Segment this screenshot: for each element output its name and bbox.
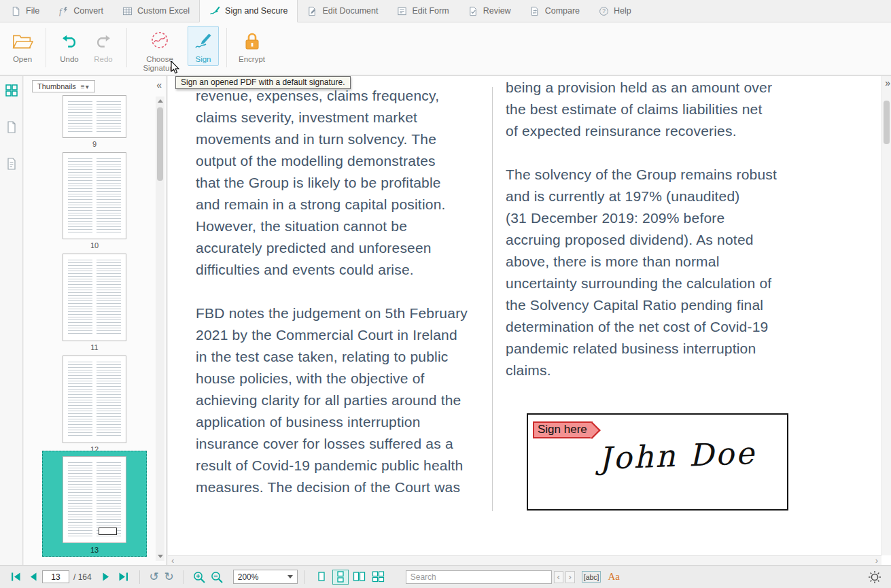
thumbnails-header-menu[interactable]: Thumbnails ≡▾ bbox=[32, 80, 95, 92]
attachments-panel-toggle[interactable] bbox=[3, 155, 20, 173]
tab-edit-document[interactable]: Edit Document bbox=[298, 0, 387, 22]
document-text-line: and remain in a strong capital position. bbox=[196, 194, 468, 215]
encrypt-label: Encrypt bbox=[239, 55, 265, 64]
redo-label: Redo bbox=[94, 55, 113, 64]
tab-sign-and-secure[interactable]: Sign and Secure bbox=[199, 0, 298, 22]
rotate-counterclockwise-button[interactable]: ↺ bbox=[147, 570, 162, 584]
whole-word-toggle[interactable]: [abc] bbox=[582, 571, 601, 583]
signature-field[interactable]: Sign here John Doe bbox=[527, 413, 788, 511]
document-text-line bbox=[196, 281, 468, 302]
document-text-line: output of the modelling demonstrates bbox=[196, 150, 468, 172]
first-page-button[interactable] bbox=[7, 569, 24, 585]
brightness-toggle[interactable] bbox=[868, 570, 881, 584]
menu-icon: ≡▾ bbox=[81, 83, 90, 90]
file-icon bbox=[11, 6, 21, 16]
toolbar-separator bbox=[226, 28, 227, 67]
document-text-line: measures. The decision of the Court was bbox=[196, 477, 468, 498]
signature-text: John Doe bbox=[598, 435, 756, 477]
document-text-line: that the Group is likely to be profitabl… bbox=[196, 172, 468, 194]
undo-button[interactable]: Undo bbox=[54, 26, 85, 66]
open-button[interactable]: Open bbox=[7, 26, 38, 66]
search-next-button[interactable]: › bbox=[565, 571, 575, 583]
match-case-toggle[interactable]: Aa bbox=[608, 571, 620, 583]
tab-label: Edit Form bbox=[412, 6, 449, 16]
tab-label: Help bbox=[614, 6, 631, 16]
svg-text:f: f bbox=[59, 6, 63, 16]
continuous-view-button[interactable] bbox=[332, 570, 349, 585]
rotate-clockwise-button[interactable]: ↻ bbox=[162, 570, 177, 584]
undo-label: Undo bbox=[60, 55, 79, 64]
tab-custom-excel[interactable]: Custom Excel bbox=[113, 0, 199, 22]
tab-review[interactable]: Review bbox=[459, 0, 521, 22]
thumbnail-page-12[interactable]: 12 bbox=[63, 356, 126, 453]
next-page-button[interactable] bbox=[97, 569, 115, 585]
scroll-down-arrow[interactable] bbox=[158, 555, 163, 558]
scroll-up-arrow[interactable] bbox=[158, 99, 163, 103]
last-page-button[interactable] bbox=[115, 569, 133, 585]
thumbnail-page-10[interactable]: 10 bbox=[63, 152, 126, 249]
thumbnail-page-9[interactable]: 9 bbox=[63, 95, 126, 148]
search-input[interactable] bbox=[406, 570, 552, 584]
column-divider bbox=[492, 87, 493, 511]
sign-button[interactable]: Sign bbox=[188, 26, 219, 66]
document-text-line: (31 December 2019: 209% before bbox=[506, 207, 777, 229]
sign-label: Sign bbox=[195, 55, 211, 64]
facing-pages-view-button[interactable] bbox=[351, 570, 368, 585]
document-text-line: in the test case taken, relating to publ… bbox=[196, 346, 468, 368]
document-text-line: The solvency of the Group remains robust bbox=[506, 164, 777, 186]
search-previous-button[interactable]: ‹ bbox=[554, 571, 563, 583]
document-text-line: FBD notes the judgement on 5th February bbox=[196, 302, 468, 324]
document-text-line: accurately predicted and unforeseen bbox=[196, 237, 468, 259]
document-text-line: the best estimate of claims liabilities … bbox=[506, 99, 777, 120]
thumbnail-image bbox=[63, 95, 126, 138]
vertical-scrollbar[interactable] bbox=[881, 76, 891, 555]
tab-convert[interactable]: f Convert bbox=[49, 0, 113, 22]
collapse-right-panel-button[interactable]: » bbox=[885, 79, 890, 87]
facing-continuous-view-button[interactable] bbox=[370, 570, 387, 585]
tab-label: Sign and Secure bbox=[225, 6, 287, 16]
undo-icon bbox=[60, 29, 79, 54]
ribbon-tab-bar: File f Convert Custom Excel Sign and Sec… bbox=[0, 0, 891, 22]
compare-pages-icon bbox=[530, 6, 540, 16]
redo-button[interactable]: Redo bbox=[88, 26, 119, 66]
scrollbar-thumb[interactable] bbox=[884, 101, 890, 144]
left-panel-strip bbox=[0, 76, 23, 565]
whole-word-label: abc bbox=[586, 573, 597, 581]
choose-signature-icon bbox=[148, 29, 171, 54]
tab-file[interactable]: File bbox=[1, 0, 49, 22]
tab-compare[interactable]: Compare bbox=[521, 0, 589, 22]
encrypt-button[interactable]: Encrypt bbox=[234, 26, 269, 66]
document-text-line: insurance cover for losses suffered as a bbox=[196, 433, 468, 455]
statusbar-separator bbox=[304, 570, 305, 584]
thumbnails-header-label: Thumbnails bbox=[37, 82, 76, 90]
zoom-level-select[interactable]: 200% bbox=[233, 570, 298, 584]
thumbnail-page-number: 10 bbox=[63, 241, 126, 249]
thumbnail-image bbox=[63, 456, 126, 543]
toolbar-separator bbox=[46, 28, 46, 67]
scroll-right-arrow[interactable]: › bbox=[875, 557, 878, 564]
previous-page-button[interactable] bbox=[24, 569, 42, 585]
tab-help[interactable]: ? Help bbox=[589, 0, 641, 22]
horizontal-scrollbar[interactable]: ‹ › bbox=[168, 555, 881, 565]
sign-here-flag[interactable]: Sign here bbox=[533, 421, 593, 438]
document-text-line: of expected reinsurance recoveries. bbox=[506, 120, 777, 142]
scrollbar-thumb[interactable] bbox=[157, 107, 163, 181]
thumbnail-page-13-selected[interactable]: 13 bbox=[42, 451, 147, 557]
tab-edit-form[interactable]: Edit Form bbox=[387, 0, 458, 22]
thumbnails-scrollbar[interactable] bbox=[156, 97, 164, 561]
zoom-out-button[interactable] bbox=[209, 569, 226, 585]
encrypt-lock-icon bbox=[243, 29, 261, 54]
collapse-panel-button[interactable]: « bbox=[156, 81, 162, 89]
signature-pen-icon bbox=[209, 5, 220, 16]
thumbnails-panel-toggle[interactable] bbox=[3, 82, 20, 99]
zoom-in-button[interactable] bbox=[191, 569, 209, 585]
document-text-line bbox=[506, 142, 777, 164]
page-number-input[interactable] bbox=[42, 570, 69, 583]
scroll-left-arrow[interactable]: ‹ bbox=[171, 557, 174, 564]
pages-panel-toggle[interactable] bbox=[3, 118, 20, 136]
document-text-line: However, the situation cannot be bbox=[196, 215, 468, 237]
sign-tooltip: Sign an opened PDF with a default signat… bbox=[175, 76, 351, 89]
thumbnail-page-11[interactable]: 11 bbox=[63, 254, 126, 351]
single-page-view-button[interactable] bbox=[313, 570, 330, 585]
document-text-line: the Solvency Capital Ratio pending final bbox=[506, 294, 777, 316]
